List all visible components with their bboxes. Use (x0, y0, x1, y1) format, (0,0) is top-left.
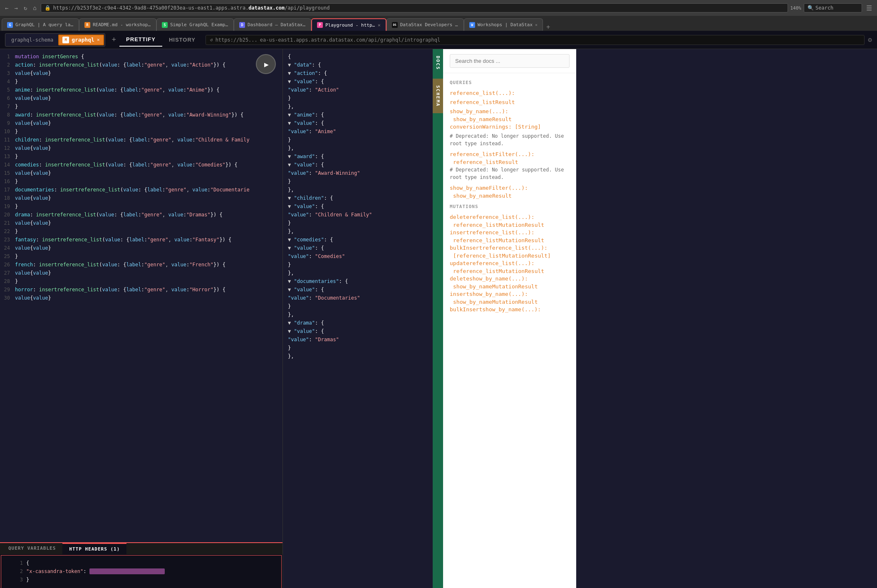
toolbar: graphql-schema M graphql ✕ + PRETTIFY HI… (0, 31, 877, 49)
tab-title-5: Playground - https://b25... (325, 22, 375, 28)
http-headers-content: 1{2 "x-cassandra-token": "AstraCS:No...3… (1, 555, 282, 588)
browser-search-label: Search (815, 5, 833, 11)
tab-favicon-5: P (317, 22, 323, 28)
bulk-insert-reference-list-link[interactable]: bulkInsertreference_list(...): (450, 243, 570, 253)
insert-reference-list-link[interactable]: insertreference_list(...): (450, 228, 570, 237)
conversion-warnings-link[interactable]: conversionWarnings: [String] (450, 122, 570, 131)
tab-title-3: Simple GraphQL Example (170, 22, 228, 27)
show-by-name-result-link[interactable]: show_by_nameResult (450, 116, 570, 122)
home-button[interactable]: ⌂ (31, 4, 38, 12)
search-icon: 🔍 (808, 5, 814, 11)
tab-favicon-3: S (162, 22, 168, 28)
refresh-icon: ↺ (210, 37, 213, 42)
deprecated-comment-1: # Deprecated: No longer supported. Use r… (450, 132, 570, 147)
app-container: graphql-schema M graphql ✕ + PRETTIFY HI… (0, 31, 877, 588)
graphql-tab-label: graphql (72, 37, 94, 43)
docs-query-item-2: show_by_name(...): show_by_nameResult (450, 107, 570, 122)
tab-favicon-2: R (84, 22, 90, 28)
bottom-panel: QUERY VARIABLES HTTP HEADERS (1) 1{2 "x-… (0, 542, 282, 588)
browser-tab-readme[interactable]: R README.md - workshop-... (79, 18, 156, 31)
graphql-tab-close[interactable]: ✕ (97, 37, 100, 42)
bulk-insert-show-by-name-link[interactable]: bulkInsertshow_by_name(...): (450, 305, 570, 314)
delete-show-by-name-result[interactable]: show_by_nameMutationResult (450, 283, 570, 290)
main-content: 1234567891011121314151617181920212223242… (0, 49, 877, 588)
docs-mutation-item-7: bulkInsertshow_by_name(...): (450, 305, 570, 314)
run-query-button[interactable]: ▶ (256, 54, 276, 74)
docs-search-container (443, 49, 576, 73)
deprecated-comment-2: # Deprecated: No longer supported. Use r… (450, 166, 570, 181)
schema-tab-button[interactable]: SCHEMA (433, 79, 443, 114)
update-reference-list-link[interactable]: updatereference_list(...): (450, 259, 570, 268)
delete-reference-list-result[interactable]: reference_listMutationResult (450, 222, 570, 228)
history-button[interactable]: HISTORY (162, 33, 202, 46)
docs-query-deprecated-2: # Deprecated: No longer supported. Use r… (450, 166, 570, 199)
zoom-level: 140% (790, 5, 802, 11)
insert-show-by-name-result[interactable]: show_by_nameMutationResult (450, 299, 570, 305)
tab-title-2: README.md - workshop-... (93, 22, 151, 27)
browser-tab-playground[interactable]: P Playground - https://b25... ✕ (311, 18, 386, 31)
browser-tab-dashboard[interactable]: D Dashboard — DataStax ... (234, 18, 311, 31)
browser-tab-graphql-query[interactable]: G GraphQL | A query langu... (2, 18, 79, 31)
editor-area[interactable]: 1234567891011121314151617181920212223242… (0, 49, 282, 542)
browser-tab-workshops[interactable]: W Workshops | DataStax ✕ (464, 18, 543, 31)
bulk-insert-reference-list-result[interactable]: [reference_listMutationResult] (450, 253, 570, 259)
queries-section-title: QUERIES (450, 80, 570, 85)
insert-reference-list-result[interactable]: reference_listMutationResult (450, 237, 570, 243)
settings-gear-button[interactable]: ⚙ (868, 36, 872, 44)
query-variables-tab[interactable]: QUERY VARIABLES (2, 543, 62, 554)
play-icon: ▶ (264, 60, 269, 69)
browser-tab-datastax[interactable]: DS DataStax Developers - Y... (386, 18, 464, 31)
docs-mutation-item-3: bulkInsertreference_list(...): [referenc… (450, 243, 570, 259)
reload-button[interactable]: ↻ (22, 4, 29, 12)
http-headers-tab[interactable]: HTTP HEADERS (1) (62, 543, 126, 554)
delete-show-by-name-link[interactable]: deleteshow_by_name(...): (450, 274, 570, 283)
docs-queries-section: QUERIES reference_list(...): reference_l… (443, 73, 576, 319)
docs-panel: QUERIES reference_list(...): reference_l… (443, 49, 576, 588)
add-tab-button[interactable]: + (109, 35, 120, 44)
forward-button[interactable]: → (12, 4, 19, 12)
update-reference-list-result[interactable]: reference_listMutationResult (450, 268, 570, 274)
reference-list-link[interactable]: reference_list(...): reference_listResul… (450, 89, 570, 107)
graphql-tab-icon: M (62, 37, 69, 43)
endpoint-url-bar[interactable]: ↺ https://b25... ea-us-east1.apps.astra.… (206, 35, 865, 45)
tab-favicon-1: G (7, 22, 13, 28)
tab-title-1: GraphQL | A query langu... (15, 22, 74, 27)
new-tab-button[interactable]: + (543, 23, 553, 31)
graphql-schema-tab[interactable]: graphql-schema (6, 35, 58, 45)
reference-list-filter-link[interactable]: reference_listFilter(...): (450, 150, 570, 159)
reference-list-filter-result[interactable]: reference_listResult (450, 159, 570, 165)
tab-favicon-7: W (469, 22, 475, 28)
tab-title-6: DataStax Developers - Y... (400, 22, 458, 27)
bottom-panel-tabs: QUERY VARIABLES HTTP HEADERS (1) (0, 543, 282, 554)
result-pane: { ▼ "data": { ▼ "action": { ▼ "value": {… (283, 49, 433, 588)
insert-show-by-name-link[interactable]: insertshow_by_name(...): (450, 290, 570, 299)
browser-search-box[interactable]: 🔍 Search (804, 3, 862, 12)
browser-nav: ← → ↻ ⌂ 🔒 https://b253f3e2-c9e4-4342-9ad… (0, 0, 877, 16)
endpoint-url-full: ea-us-east1.apps.astra.datastax.com/api/… (260, 37, 860, 43)
close-icon-7[interactable]: ✕ (535, 22, 538, 27)
tabs-bar: G GraphQL | A query langu... R README.md… (0, 16, 877, 31)
menu-button[interactable]: ☰ (865, 3, 874, 13)
docs-mutation-item-2: insertreference_list(...): reference_lis… (450, 228, 570, 243)
graphql-tab[interactable]: M graphql ✕ (58, 35, 104, 45)
show-by-name-filter-link[interactable]: show_by_nameFilter(...): (450, 184, 570, 193)
docs-mutation-item-4: updatereference_list(...): reference_lis… (450, 259, 570, 274)
docs-tab-button[interactable]: DOCS (433, 49, 443, 77)
editor-pane: 1234567891011121314151617181920212223242… (0, 49, 283, 588)
docs-mutation-item-5: deleteshow_by_name(...): show_by_nameMut… (450, 274, 570, 290)
show-by-name-link[interactable]: show_by_name(...): (450, 107, 570, 116)
show-by-name-filter-result[interactable]: show_by_nameResult (450, 193, 570, 199)
docs-search-input[interactable] (450, 54, 570, 68)
browser-tab-simple-graphql[interactable]: S Simple GraphQL Example (156, 18, 234, 31)
back-button[interactable]: ← (3, 4, 10, 12)
prettify-button[interactable]: PRETTIFY (119, 33, 162, 47)
side-tabs: DOCS SCHEMA (433, 49, 443, 588)
address-bar[interactable]: 🔒 https://b253f3e2-c9e4-4342-9ad8-475a00… (41, 3, 788, 12)
endpoint-url-text: https://b25... (216, 37, 258, 43)
tab-close-5[interactable]: ✕ (378, 22, 381, 28)
browser-chrome: ← → ↻ ⌂ 🔒 https://b253f3e2-c9e4-4342-9ad… (0, 0, 877, 31)
delete-reference-list-link[interactable]: deletereference_list(...): (450, 213, 570, 222)
tab-title-7: Workshops | DataStax (478, 22, 533, 27)
docs-query-item-1: reference_list(...): reference_listResul… (450, 89, 570, 107)
tab-title-4: Dashboard — DataStax ... (248, 22, 306, 27)
